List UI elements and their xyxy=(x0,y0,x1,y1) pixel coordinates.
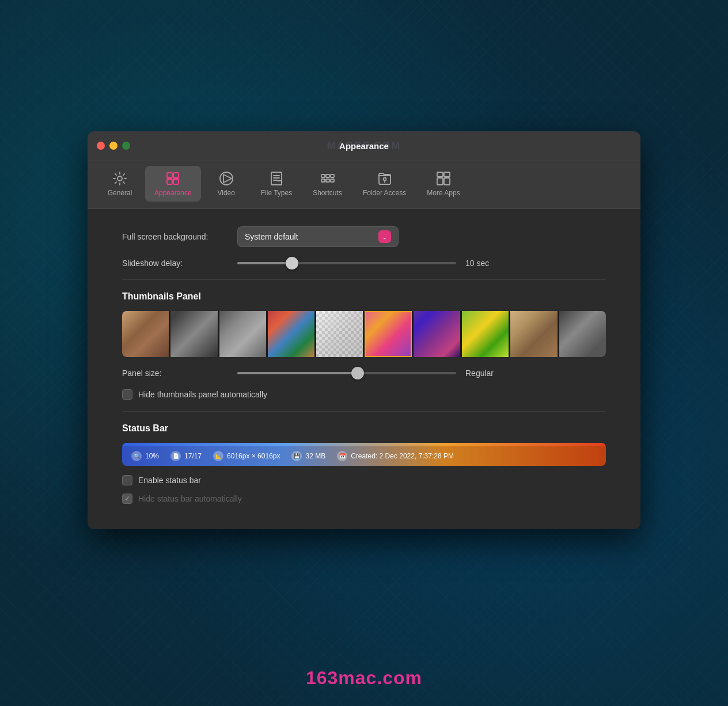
thumbnail-1[interactable] xyxy=(122,311,169,357)
svg-rect-4 xyxy=(173,179,179,184)
shortcuts-icon xyxy=(320,170,336,187)
pages-icon: 📄 xyxy=(170,451,181,461)
full-screen-background-row: Full screen background: System default xyxy=(122,226,606,247)
svg-rect-11 xyxy=(321,174,325,177)
slideshow-delay-value: 10 sec xyxy=(465,259,494,268)
window-title: Appearance xyxy=(339,141,389,151)
thumbnail-5[interactable] xyxy=(316,311,363,357)
svg-rect-3 xyxy=(167,179,172,184)
enable-status-bar-row: Enable status bar xyxy=(122,475,606,485)
thumbnail-10[interactable] xyxy=(559,311,606,357)
panel-size-slider-fill xyxy=(237,372,358,374)
slideshow-delay-label: Slideshow delay: xyxy=(122,259,237,268)
status-item-zoom: 🔍 10% xyxy=(131,451,159,461)
svg-rect-14 xyxy=(321,179,325,182)
tab-more-apps-label: More Apps xyxy=(427,189,460,197)
dimensions-icon: 📐 xyxy=(213,451,223,461)
full-screen-background-dropdown[interactable]: System default xyxy=(237,226,399,247)
full-screen-background-label: Full screen background: xyxy=(122,232,237,241)
status-item-pages: 📄 17/17 xyxy=(170,451,202,461)
thumbnail-7[interactable] xyxy=(414,311,460,357)
close-button[interactable] xyxy=(97,142,105,150)
tab-file-types-label: File Types xyxy=(261,189,292,197)
tab-appearance-label: Appearance xyxy=(154,189,192,197)
tab-shortcuts[interactable]: Shortcuts xyxy=(304,166,351,202)
maximize-button[interactable] xyxy=(122,142,130,150)
zoom-icon: 🔍 xyxy=(131,451,142,461)
panel-size-row: Panel size: Regular xyxy=(122,369,606,378)
titlebar: Appearance MACGF.COM xyxy=(88,131,640,161)
hide-status-bar-checkbox[interactable] xyxy=(122,494,132,504)
tab-file-types[interactable]: File Types xyxy=(252,166,301,202)
divider-1 xyxy=(122,279,606,280)
enable-status-bar-label: Enable status bar xyxy=(138,476,201,485)
thumbnail-2[interactable] xyxy=(170,311,217,357)
status-item-date: 📅 Created: 2 Dec 2022, 7:37:28 PM xyxy=(337,451,454,461)
hide-thumbnails-label: Hide thumbnails panel automatically xyxy=(138,390,267,399)
size-icon: 💾 xyxy=(291,451,302,461)
status-bar-preview: 🔍 10% 📄 17/17 📐 6016px × 6016px 💾 32 MB … xyxy=(122,443,606,466)
gear-icon xyxy=(112,170,128,187)
panel-size-slider[interactable] xyxy=(237,372,456,374)
tab-appearance[interactable]: Appearance xyxy=(145,166,201,202)
thumbnail-strip xyxy=(122,311,606,357)
svg-rect-21 xyxy=(444,178,450,185)
status-date-value: Created: 2 Dec 2022, 7:37:28 PM xyxy=(351,452,454,460)
svg-rect-1 xyxy=(167,173,172,178)
traffic-lights xyxy=(97,142,130,150)
panel-size-slider-thumb[interactable] xyxy=(351,367,364,379)
status-item-dimensions: 📐 6016px × 6016px xyxy=(213,451,280,461)
video-icon xyxy=(218,170,234,187)
tab-folder-access[interactable]: Folder Access xyxy=(354,166,415,202)
status-pages-value: 17/17 xyxy=(184,452,202,460)
enable-status-bar-checkbox[interactable] xyxy=(122,475,132,485)
status-item-size: 💾 32 MB xyxy=(291,451,325,461)
slideshow-slider-fill xyxy=(237,262,292,264)
thumbnail-6[interactable] xyxy=(365,311,411,357)
svg-rect-18 xyxy=(437,172,443,177)
tab-shortcuts-label: Shortcuts xyxy=(313,189,342,197)
svg-rect-19 xyxy=(444,172,450,177)
slideshow-slider[interactable] xyxy=(237,262,456,264)
panel-size-value: Regular xyxy=(465,369,494,378)
svg-rect-13 xyxy=(331,174,334,177)
thumbnail-8[interactable] xyxy=(462,311,509,357)
status-bar-heading: Status Bar xyxy=(122,423,606,434)
more-apps-icon xyxy=(435,170,452,187)
status-bar-content: 🔍 10% 📄 17/17 📐 6016px × 6016px 💾 32 MB … xyxy=(122,446,606,466)
panel-size-slider-container: Regular xyxy=(237,369,606,378)
svg-rect-12 xyxy=(326,174,329,177)
date-icon: 📅 xyxy=(337,451,347,461)
divider-2 xyxy=(122,411,606,412)
dropdown-value: System default xyxy=(245,232,298,241)
thumbnails-panel-heading: Thumbnails Panel xyxy=(122,291,606,302)
status-size-value: 32 MB xyxy=(305,452,325,460)
slideshow-slider-thumb[interactable] xyxy=(286,257,298,270)
tab-more-apps[interactable]: More Apps xyxy=(418,166,469,202)
tab-video[interactable]: Video xyxy=(203,166,249,202)
tab-folder-access-label: Folder Access xyxy=(363,189,406,197)
tab-general-label: General xyxy=(108,189,132,197)
slideshow-slider-container: 10 sec xyxy=(237,259,606,268)
slideshow-delay-row: Slideshow delay: 10 sec xyxy=(122,259,606,268)
thumbnail-9[interactable] xyxy=(510,311,557,357)
svg-rect-15 xyxy=(326,179,329,182)
svg-rect-20 xyxy=(437,178,443,185)
hide-status-bar-label: Hide status bar automatically xyxy=(138,494,242,503)
minimize-button[interactable] xyxy=(109,142,117,150)
status-zoom-value: 10% xyxy=(145,452,159,460)
svg-rect-2 xyxy=(173,173,179,178)
hide-thumbnails-checkbox[interactable] xyxy=(122,389,132,400)
tab-general[interactable]: General xyxy=(97,166,143,202)
tab-video-label: Video xyxy=(217,189,234,197)
svg-point-0 xyxy=(117,176,122,181)
thumbnail-3[interactable] xyxy=(219,311,266,357)
settings-content: Full screen background: System default S… xyxy=(88,209,640,529)
file-types-icon xyxy=(268,170,285,187)
bottom-watermark: 163mac.com xyxy=(306,667,422,689)
appearance-icon xyxy=(165,170,181,187)
thumbnail-4[interactable] xyxy=(268,311,314,357)
status-dimensions-value: 6016px × 6016px xyxy=(227,452,280,460)
dropdown-arrow-icon xyxy=(378,230,391,243)
hide-status-bar-row: Hide status bar automatically xyxy=(122,494,606,504)
